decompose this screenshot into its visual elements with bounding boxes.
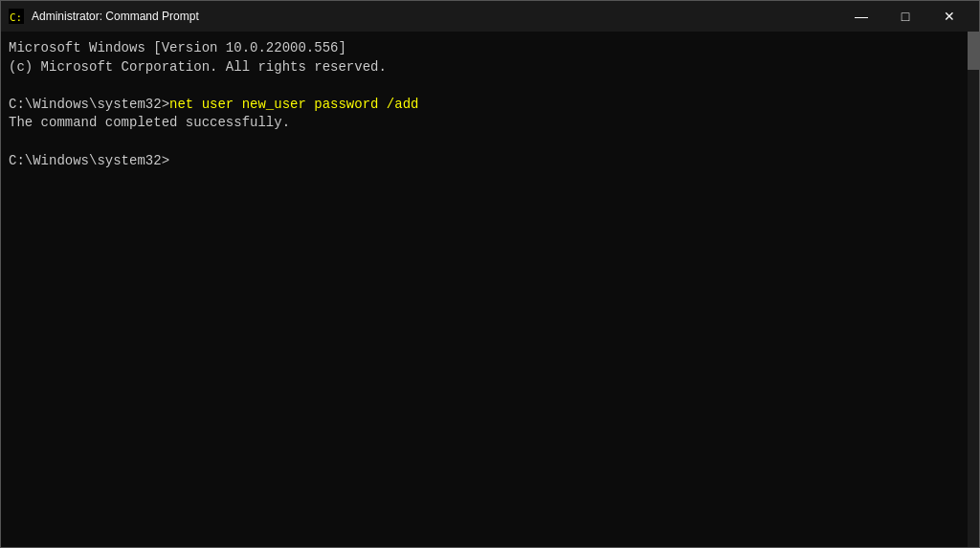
prompt-2: C:\Windows\system32>	[9, 152, 169, 171]
window-title: Administrator: Command Prompt	[32, 10, 839, 23]
line-result: The command completed successfully.	[9, 114, 971, 133]
title-bar: C: Administrator: Command Prompt — □ ✕	[1, 1, 979, 32]
window-controls: — □ ✕	[839, 1, 971, 32]
line-cursor: C:\Windows\system32>	[9, 152, 971, 171]
line-empty-2	[9, 133, 971, 152]
svg-text:C:: C:	[10, 11, 22, 24]
cmd-window: C: Administrator: Command Prompt — □ ✕ M…	[0, 0, 980, 548]
line-copyright: (c) Microsoft Corporation. All rights re…	[9, 58, 971, 77]
prompt-1: C:\Windows\system32>	[9, 96, 169, 115]
scrollbar-thumb[interactable]	[968, 32, 979, 70]
terminal-body[interactable]: Microsoft Windows [Version 10.0.22000.55…	[1, 32, 979, 547]
line-version: Microsoft Windows [Version 10.0.22000.55…	[9, 39, 971, 58]
line-command: C:\Windows\system32>net user new_user pa…	[9, 96, 971, 115]
minimize-button[interactable]: —	[839, 1, 883, 32]
close-button[interactable]: ✕	[927, 1, 971, 32]
scrollbar[interactable]	[968, 32, 979, 547]
command-text: net user new_user password /add	[169, 96, 418, 115]
line-empty-1	[9, 77, 971, 96]
maximize-button[interactable]: □	[883, 1, 927, 32]
cmd-icon: C:	[9, 9, 24, 24]
